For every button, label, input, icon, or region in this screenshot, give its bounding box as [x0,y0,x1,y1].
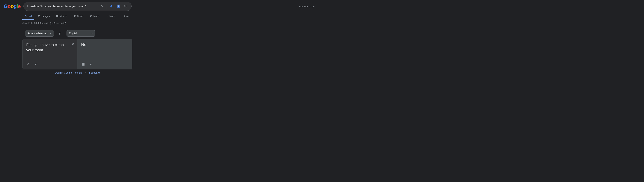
footer-separator: • [85,71,86,74]
search-bar [24,2,132,11]
target-speaker-button[interactable] [89,62,94,67]
svg-point-1 [118,6,119,7]
google-logo: Google [4,3,20,9]
swap-languages-button[interactable]: ⇄ [57,30,64,37]
nav-tabs: All Images Videos News Maps More Tools [0,13,322,20]
translate-widget: Parent - detected ▼ ⇄ English ▼ First yo… [22,28,132,76]
search-submit-button[interactable] [123,4,128,9]
source-mic-button[interactable] [26,62,31,67]
tab-maps[interactable]: Maps [87,13,102,20]
target-lang-selector[interactable]: English ▼ [66,30,96,37]
target-grid-button[interactable] [80,62,86,67]
search-bar-wrapper [24,2,132,11]
lang-selectors-row: Parent - detected ▼ ⇄ English ▼ [22,28,132,39]
translate-footer: Open in Google Translate • Feedback [22,69,132,76]
source-text: First you have to clean your room [26,42,74,53]
tab-more[interactable]: More [103,13,118,20]
results-info: About 11,500,000 results (0.39 seconds) [0,20,322,26]
tools-button[interactable]: Tools [121,13,132,20]
source-lang-selector[interactable]: Parent - detected ▼ [25,30,54,37]
header: Google SafeSearch on [0,0,322,13]
feedback-link[interactable]: Feedback [89,71,100,74]
tab-all[interactable]: All [22,13,34,20]
clear-source-button[interactable]: ✕ [71,42,75,47]
chevron-down-icon-2: ▼ [91,33,93,35]
translated-text: No. [81,42,128,47]
search-bar-divider [106,4,107,9]
source-speaker-button[interactable] [34,62,39,67]
clear-search-button[interactable] [100,4,105,9]
source-panel: First you have to clean your room ✕ [22,39,78,69]
safe-search-label: SafeSearch on [298,5,318,8]
voice-search-button[interactable] [109,4,114,9]
tab-images[interactable]: Images [35,13,52,20]
open-in-google-translate-link[interactable]: Open in Google Translate [55,71,82,74]
tab-videos[interactable]: Videos [53,13,70,20]
lens-search-button[interactable] [116,4,121,9]
tab-news[interactable]: News [70,13,86,20]
target-panel: No. [78,39,132,69]
chevron-down-icon: ▼ [50,33,52,35]
search-input[interactable] [27,5,98,8]
